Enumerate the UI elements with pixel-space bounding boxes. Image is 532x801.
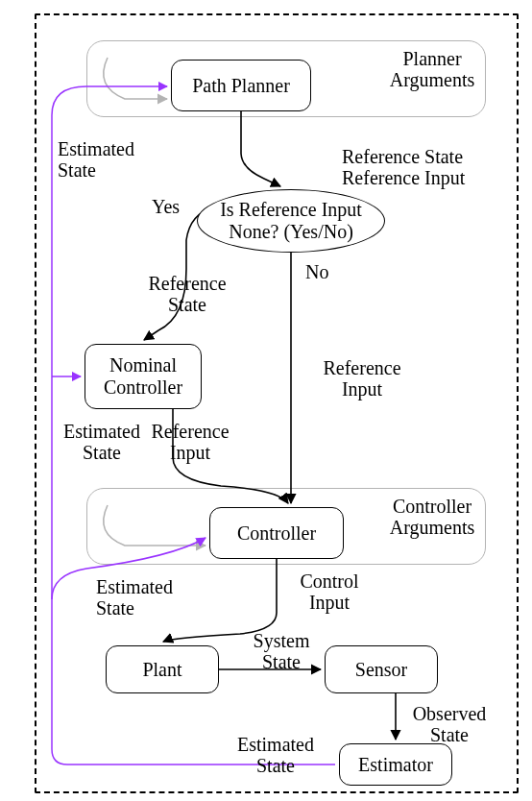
label-no: No [305,261,328,282]
estimator-node: Estimator [339,743,452,786]
label-est-state-controller: Estimated State [96,576,173,619]
decision-node: Is Reference Input None? (Yes/No) [197,189,385,253]
decision-label: Is Reference Input None? (Yes/No) [220,199,362,243]
path-planner-node: Path Planner [171,60,311,111]
edges-layer [0,0,532,801]
controller-label: Controller [237,522,316,545]
edge-planner-to-decision [241,111,280,186]
label-est-state-nominal-left: Estimated State [54,421,150,463]
label-ref-state-input: Reference State Reference Input [342,146,465,188]
planner-arguments-label: Planner Arguments [375,48,490,90]
label-est-state-bottom: Estimated State [223,734,328,776]
path-planner-label: Path Planner [192,75,290,97]
label-ref-input-from-nominal: Reference Input [142,421,238,463]
label-ref-input-right: Reference Input [309,357,415,400]
plant-node: Plant [106,645,219,693]
nominal-controller-node: Nominal Controller [85,344,202,409]
sensor-label: Sensor [355,659,407,681]
label-observed-state: Observed State [401,703,497,745]
label-system-state: System State [238,630,325,672]
controller-arguments-label: Controller Arguments [375,496,490,538]
sensor-node: Sensor [325,645,438,693]
label-control-input: Control Input [286,570,373,613]
plant-label: Plant [142,659,181,681]
estimator-label: Estimator [358,754,433,776]
label-est-state-top: Estimated State [58,138,134,181]
label-ref-state: Reference State [134,273,240,315]
controller-node: Controller [209,507,344,559]
label-yes: Yes [152,196,180,217]
nominal-controller-label: Nominal Controller [104,354,182,399]
